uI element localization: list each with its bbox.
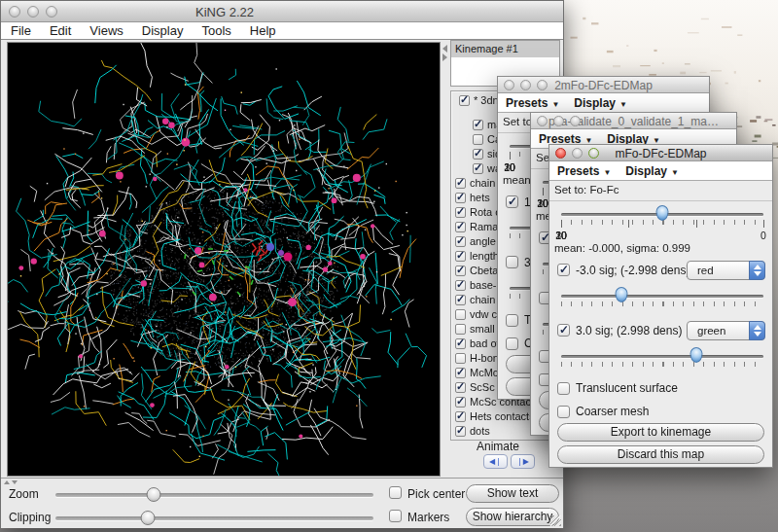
tree-checkbox[interactable] xyxy=(455,178,466,189)
tree-checkbox[interactable] xyxy=(455,236,466,247)
slider-thumb[interactable] xyxy=(690,347,703,363)
discard-map-button[interactable]: Discard this map xyxy=(557,445,764,464)
splitter-handle[interactable] xyxy=(441,44,448,62)
dialog-titlebar[interactable]: mFo-DFc-EDMap xyxy=(549,145,772,161)
map-dialog-3: mFo-DFc-EDMap Presets▼ Display▼ Set to: … xyxy=(548,144,773,468)
slider-track[interactable] xyxy=(561,295,763,298)
tree-checkbox[interactable] xyxy=(473,149,483,160)
tree-row[interactable]: Hets contacts xyxy=(455,409,535,423)
close-button[interactable] xyxy=(537,116,548,126)
tree-checkbox[interactable] xyxy=(455,397,466,408)
zoom-button[interactable] xyxy=(570,116,581,126)
markers-checkbox[interactable] xyxy=(389,510,402,522)
menu-edit[interactable]: Edit xyxy=(50,23,71,38)
minimize-button[interactable] xyxy=(520,80,531,90)
minimize-button[interactable] xyxy=(572,148,583,159)
high-level-slider[interactable] xyxy=(561,349,763,384)
close-button[interactable] xyxy=(9,6,20,18)
clipping-label: Clipping xyxy=(9,511,51,524)
clipping-slider-thumb[interactable] xyxy=(140,511,155,525)
desktop: KiNG 2.22 File Edit Views Display Tools … xyxy=(0,0,778,532)
tree-checkbox[interactable] xyxy=(455,426,466,437)
display-menu[interactable]: Display▼ xyxy=(574,96,627,110)
tree-checkbox[interactable] xyxy=(459,95,470,106)
tree-checkbox[interactable] xyxy=(473,163,483,174)
tree-checkbox[interactable] xyxy=(455,251,466,262)
tree-row[interactable]: hets xyxy=(455,191,490,204)
tree-checkbox[interactable] xyxy=(455,411,466,422)
pick-center-checkbox[interactable] xyxy=(389,486,402,499)
show-text-button[interactable]: Show text xyxy=(466,484,559,503)
close-button[interactable] xyxy=(504,80,514,90)
presets-menu[interactable]: Presets▼ xyxy=(557,164,611,178)
dialog-titlebar[interactable]: 2mFo-DFc-EDMap xyxy=(498,77,709,93)
low-sigma-checkbox[interactable] xyxy=(557,264,570,276)
zoom-slider-thumb[interactable] xyxy=(147,487,161,502)
low-level-slider[interactable] xyxy=(561,289,763,324)
minimize-button[interactable] xyxy=(553,116,564,126)
slider-thumb[interactable] xyxy=(616,287,628,302)
menu-views[interactable]: Views xyxy=(89,23,123,38)
dialog-menubar: Presets▼ Display▼ xyxy=(498,93,709,113)
tree-checkbox[interactable] xyxy=(455,295,466,305)
clipping-slider[interactable] xyxy=(55,516,373,520)
zoom-button[interactable] xyxy=(46,6,57,18)
tree-checkbox[interactable] xyxy=(455,207,466,218)
kinemage-list-item[interactable]: Kinemage #1 xyxy=(451,41,559,57)
tree-checkbox[interactable] xyxy=(455,324,466,335)
show-hierarchy-button[interactable]: Show hierarchy xyxy=(466,508,559,526)
low-sigma-label: -3.0 sig; (-2.998 dens) xyxy=(576,264,690,277)
panel-collapse-handle[interactable] xyxy=(4,479,18,485)
tree-checkbox[interactable] xyxy=(455,338,466,349)
resize-grip[interactable] xyxy=(550,515,561,526)
tree-checkbox[interactable] xyxy=(455,382,466,393)
selected-color: green xyxy=(697,325,725,337)
chevron-down-icon: ▼ xyxy=(603,168,611,177)
zoom-button[interactable] xyxy=(537,80,548,90)
translucent-checkbox[interactable] xyxy=(557,382,570,395)
kinemage-viewport[interactable] xyxy=(7,42,441,477)
tree-row[interactable]: dots xyxy=(455,424,490,438)
tree-checkbox[interactable] xyxy=(455,193,466,203)
dialog-titlebar[interactable]: pka-validate_0_validate_1_ma… xyxy=(531,113,736,129)
chevron-down-icon: ▼ xyxy=(671,168,679,177)
tree-checkbox[interactable] xyxy=(455,280,466,291)
zoom-slider[interactable] xyxy=(55,493,373,497)
close-button[interactable] xyxy=(555,148,566,159)
display-menu[interactable]: Display▼ xyxy=(625,164,679,178)
king-titlebar[interactable]: KiNG 2.22 xyxy=(1,1,563,22)
tree-checkbox[interactable] xyxy=(455,353,466,364)
slider-track[interactable] xyxy=(561,355,763,358)
chevron-down-icon: ▼ xyxy=(619,100,627,109)
window-title: KiNG 2.22 xyxy=(137,5,312,19)
slider-thumb[interactable] xyxy=(656,205,669,221)
molecule-canvas[interactable] xyxy=(8,43,440,476)
menu-display[interactable]: Display xyxy=(142,23,184,38)
translucent-checkbox[interactable] xyxy=(506,314,518,327)
high-sigma-checkbox[interactable] xyxy=(506,256,518,268)
collapse-up-icon xyxy=(4,480,10,484)
tree-checkbox[interactable] xyxy=(473,120,483,130)
menu-tools[interactable]: Tools xyxy=(201,23,230,38)
presets-menu[interactable]: Presets▼ xyxy=(506,96,559,110)
zoom-button[interactable] xyxy=(588,148,599,159)
tree-checkbox[interactable] xyxy=(455,222,466,232)
high-sigma-checkbox[interactable] xyxy=(557,324,570,337)
tree-checkbox[interactable] xyxy=(455,368,466,378)
tree-checkbox[interactable] xyxy=(455,309,466,320)
animate-prev-button[interactable]: ◀❘ xyxy=(483,454,508,469)
coarser-mesh-checkbox[interactable] xyxy=(506,337,518,350)
low-sigma-checkbox[interactable] xyxy=(506,195,518,208)
high-color-select[interactable]: green xyxy=(687,321,765,340)
export-to-kinemage-button[interactable]: Export to kinemage xyxy=(557,423,764,442)
low-color-select[interactable]: red xyxy=(687,261,765,280)
sigma-level-slider[interactable]: 0 10 20 30 xyxy=(561,207,763,242)
minimize-button[interactable] xyxy=(27,6,39,18)
menu-file[interactable]: File xyxy=(11,23,31,38)
tree-checkbox[interactable] xyxy=(455,266,466,276)
slider-ticks xyxy=(561,301,763,306)
coarser-mesh-checkbox[interactable] xyxy=(557,406,570,418)
animate-next-button[interactable]: ❘▶ xyxy=(511,454,535,469)
menu-help[interactable]: Help xyxy=(250,23,276,38)
tree-checkbox[interactable] xyxy=(473,134,483,145)
